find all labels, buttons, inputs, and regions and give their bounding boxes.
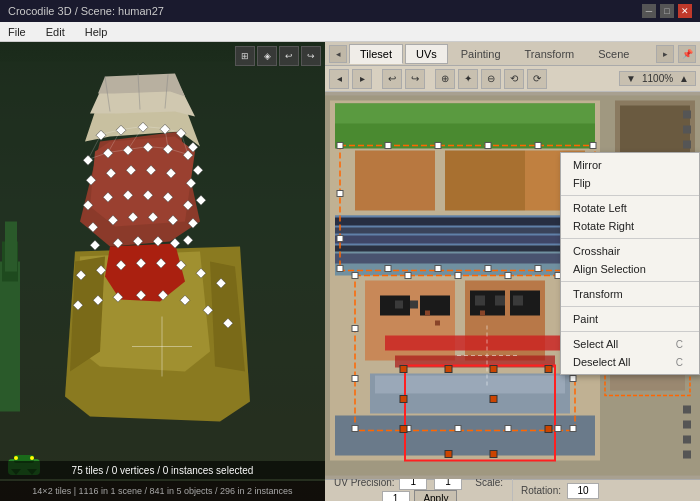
- ctx-align-selection[interactable]: Align Selection: [561, 260, 699, 278]
- uv-panel: ◂ Tileset UVs Painting Transform Scene ▸…: [325, 42, 700, 501]
- vp-rot-right-btn[interactable]: ↪: [301, 46, 321, 66]
- uv-zoom-value: 1100%: [638, 73, 677, 84]
- app-title: Crocodile 3D / Scene: human27: [8, 5, 164, 17]
- uv-nav-left[interactable]: ◂: [329, 69, 349, 89]
- ctx-transform[interactable]: Transform: [561, 285, 699, 303]
- maximize-button[interactable]: □: [660, 4, 674, 18]
- uv-tool4[interactable]: ⟲: [504, 69, 524, 89]
- svg-point-89: [14, 456, 18, 460]
- tab-scene[interactable]: Scene: [587, 44, 640, 64]
- svg-rect-134: [535, 143, 541, 149]
- uv-viewport[interactable]: Mirror Flip Rotate Left Rotate Right Cro…: [325, 92, 700, 479]
- svg-rect-152: [352, 326, 358, 332]
- menu-file[interactable]: File: [4, 26, 30, 38]
- svg-rect-118: [395, 301, 403, 309]
- menu-help[interactable]: Help: [81, 26, 112, 38]
- uv-nav-right[interactable]: ▸: [352, 69, 372, 89]
- svg-rect-163: [445, 366, 452, 373]
- uv-zoom-control: ▼ 1100% ▲: [619, 71, 696, 86]
- 3d-mesh-svg: [0, 42, 325, 501]
- ctx-deselect-all[interactable]: Deselect All C: [561, 353, 699, 371]
- svg-rect-1: [0, 262, 20, 412]
- svg-marker-5: [90, 137, 195, 227]
- svg-rect-164: [490, 366, 497, 373]
- svg-rect-149: [505, 273, 511, 279]
- svg-rect-147: [405, 273, 411, 279]
- svg-rect-116: [375, 376, 565, 394]
- svg-rect-138: [337, 236, 343, 242]
- viewport-toolbar: ⊞ ◈ ↩ ↪: [235, 46, 321, 66]
- uv-tool1[interactable]: ⊕: [435, 69, 455, 89]
- svg-rect-123: [425, 311, 430, 316]
- uv-undo[interactable]: ↩: [382, 69, 402, 89]
- tab-pin[interactable]: 📌: [678, 45, 696, 63]
- vp-rot-left-btn[interactable]: ↩: [279, 46, 299, 66]
- tab-tileset[interactable]: Tileset: [349, 44, 403, 64]
- svg-rect-136: [337, 191, 343, 197]
- title-bar: Crocodile 3D / Scene: human27 ─ □ ✕: [0, 0, 700, 22]
- rotation-label: Rotation:: [521, 485, 561, 496]
- ctx-crosshair[interactable]: Crosshair: [561, 242, 699, 260]
- svg-rect-158: [455, 426, 461, 432]
- tab-nav-left[interactable]: ◂: [329, 45, 347, 63]
- svg-rect-168: [400, 426, 407, 433]
- svg-rect-122: [513, 296, 523, 306]
- svg-rect-171: [490, 451, 497, 458]
- svg-rect-154: [352, 376, 358, 382]
- svg-rect-3: [5, 222, 17, 272]
- svg-rect-142: [435, 266, 441, 272]
- svg-rect-121: [495, 296, 505, 306]
- uv-zoom-down[interactable]: ▼: [624, 73, 638, 84]
- svg-rect-98: [445, 151, 525, 211]
- vp-view-btn[interactable]: ◈: [257, 46, 277, 66]
- uv-zoom-up[interactable]: ▲: [677, 73, 691, 84]
- tab-nav-right[interactable]: ▸: [656, 45, 674, 63]
- svg-rect-103: [335, 228, 595, 234]
- svg-rect-197: [683, 436, 691, 444]
- uv-tool3[interactable]: ⊖: [481, 69, 501, 89]
- svg-rect-196: [683, 421, 691, 429]
- svg-rect-141: [385, 266, 391, 272]
- ctx-sep2: [561, 238, 699, 239]
- tab-transform[interactable]: Transform: [514, 44, 586, 64]
- ctx-flip[interactable]: Flip: [561, 174, 699, 192]
- scale-input[interactable]: [382, 491, 410, 502]
- tab-uvs[interactable]: UVs: [405, 44, 448, 64]
- svg-rect-113: [385, 336, 565, 351]
- uv-redo[interactable]: ↪: [405, 69, 425, 89]
- status-bar: UV Precision: Scale: Apply Rotation:: [325, 479, 700, 501]
- rotation-input[interactable]: [567, 483, 599, 499]
- svg-rect-97: [355, 151, 435, 211]
- svg-rect-143: [485, 266, 491, 272]
- svg-rect-120: [475, 296, 485, 306]
- tab-painting[interactable]: Painting: [450, 44, 512, 64]
- vp-grid-btn[interactable]: ⊞: [235, 46, 255, 66]
- viewport-footer: 14×2 tiles | 1116 in 1 scene / 841 in 5 …: [0, 481, 325, 501]
- svg-rect-130: [337, 143, 343, 149]
- 3d-viewport[interactable]: ⊞ ◈ ↩ ↪: [0, 42, 325, 501]
- svg-point-90: [30, 456, 34, 460]
- menu-bar: File Edit Help: [0, 22, 700, 42]
- ctx-paint[interactable]: Paint: [561, 310, 699, 328]
- svg-rect-162: [400, 366, 407, 373]
- svg-rect-104: [335, 236, 595, 244]
- menu-edit[interactable]: Edit: [42, 26, 69, 38]
- ctx-select-all[interactable]: Select All C: [561, 335, 699, 353]
- svg-rect-148: [455, 273, 461, 279]
- svg-rect-140: [337, 266, 343, 272]
- svg-rect-179: [620, 106, 690, 156]
- uv-tool2[interactable]: ✦: [458, 69, 478, 89]
- uv-tool5[interactable]: ⟳: [527, 69, 547, 89]
- ctx-mirror[interactable]: Mirror: [561, 156, 699, 174]
- apply-button[interactable]: Apply: [414, 490, 457, 502]
- svg-rect-133: [485, 143, 491, 149]
- svg-rect-160: [555, 426, 561, 432]
- svg-rect-135: [590, 143, 596, 149]
- minimize-button[interactable]: ─: [642, 4, 656, 18]
- viewport-status: 75 tiles / 0 vertices / 0 instances sele…: [0, 461, 325, 479]
- ctx-rotate-right[interactable]: Rotate Right: [561, 217, 699, 235]
- svg-rect-166: [400, 396, 407, 403]
- ctx-sep1: [561, 195, 699, 196]
- close-button[interactable]: ✕: [678, 4, 692, 18]
- ctx-rotate-left[interactable]: Rotate Left: [561, 199, 699, 217]
